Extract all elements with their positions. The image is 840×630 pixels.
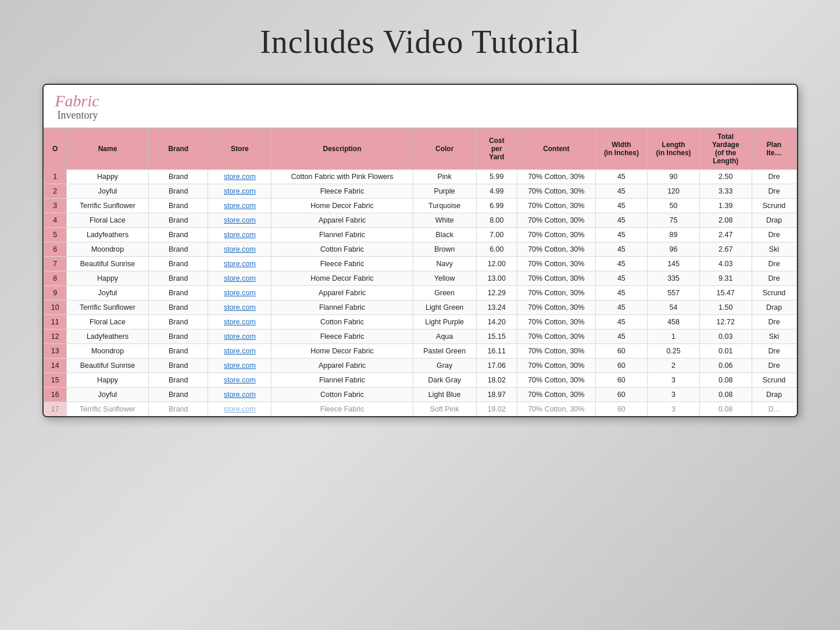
cell-width: 45	[595, 199, 648, 213]
cell-length: 3	[648, 402, 700, 417]
cell-description: Flannel Fabric	[271, 228, 413, 242]
table-row: 13MoondropBrandstore.comHome Decor Fabri…	[44, 344, 796, 359]
col-header-desc: Description	[271, 128, 413, 170]
cell-width: 45	[595, 184, 648, 199]
cell-cost: 6.00	[476, 242, 517, 257]
store-link[interactable]: store.com	[224, 332, 256, 341]
cell-content: 70% Cotton, 30%	[517, 184, 596, 199]
app-header: Fabric Inventory	[44, 85, 797, 128]
store-link[interactable]: store.com	[224, 187, 256, 195]
cell-plan: Scrund	[752, 373, 796, 388]
cell-num: 14	[44, 359, 67, 373]
cell-description: Apparel Fabric	[271, 286, 413, 300]
cell-length: 0.25	[648, 344, 700, 359]
table-row: 12LadyfeathersBrandstore.comFleece Fabri…	[44, 330, 796, 344]
cell-plan: Dre	[752, 344, 796, 359]
cell-width: 60	[595, 373, 648, 388]
cell-description: Cotton Fabric	[271, 315, 413, 330]
cell-cost: 6.99	[476, 199, 517, 213]
cell-cost: 12.00	[476, 257, 517, 271]
cell-brand: Brand	[148, 359, 208, 373]
cell-name: Joyful	[67, 388, 149, 402]
cell-description: Fleece Fabric	[271, 330, 413, 344]
cell-brand: Brand	[148, 344, 208, 359]
store-link[interactable]: store.com	[224, 231, 256, 239]
table-row: 2JoyfulBrandstore.comFleece FabricPurple…	[44, 184, 796, 199]
store-link[interactable]: store.com	[224, 318, 256, 326]
store-link[interactable]: store.com	[224, 202, 256, 210]
cell-content: 70% Cotton, 30%	[517, 315, 596, 330]
cell-plan: Dre	[752, 170, 796, 184]
store-link[interactable]: store.com	[224, 361, 256, 370]
cell-length: 90	[648, 170, 700, 184]
cell-plan: Drap	[752, 213, 796, 228]
cell-color: Navy	[413, 257, 476, 271]
cell-num: 11	[44, 315, 67, 330]
table-row: 3Terrific SunflowerBrandstore.comHome De…	[44, 199, 796, 213]
cell-yardage: 12.72	[699, 315, 752, 330]
cell-plan: Dre	[752, 315, 796, 330]
table-row: 6MoondropBrandstore.comCotton FabricBrow…	[44, 242, 796, 257]
cell-brand: Brand	[148, 170, 208, 184]
cell-plan: Dre	[752, 359, 796, 373]
cell-name: Happy	[67, 373, 149, 388]
cell-description: Fleece Fabric	[271, 184, 413, 199]
cell-content: 70% Cotton, 30%	[517, 242, 596, 257]
cell-cost: 17.06	[476, 359, 517, 373]
cell-num: 3	[44, 199, 67, 213]
store-link[interactable]: store.com	[224, 245, 256, 253]
cell-store: store.com	[208, 184, 271, 199]
cell-name: Moondrop	[67, 344, 149, 359]
store-link[interactable]: store.com	[224, 173, 256, 181]
store-link[interactable]: store.com	[224, 303, 256, 312]
cell-description: Fleece Fabric	[271, 402, 413, 417]
cell-plan: Dre	[752, 228, 796, 242]
store-link[interactable]: store.com	[224, 376, 256, 384]
cell-num: 1	[44, 170, 67, 184]
cell-yardage: 0.01	[699, 344, 752, 359]
cell-store: store.com	[208, 199, 271, 213]
cell-brand: Brand	[148, 271, 208, 286]
cell-color: Black	[413, 228, 476, 242]
cell-name: Beautiful Sunrise	[67, 359, 149, 373]
store-link[interactable]: store.com	[224, 274, 256, 282]
cell-plan: Dre	[752, 184, 796, 199]
cell-cost: 7.00	[476, 228, 517, 242]
cell-width: 45	[595, 315, 648, 330]
store-link[interactable]: store.com	[224, 347, 256, 355]
cell-color: White	[413, 213, 476, 228]
cell-color: Light Blue	[413, 388, 476, 402]
cell-num: 13	[44, 344, 67, 359]
cell-num: 16	[44, 388, 67, 402]
cell-color: Turquoise	[413, 199, 476, 213]
cell-brand: Brand	[148, 402, 208, 417]
cell-yardage: 1.50	[699, 300, 752, 315]
cell-num: 7	[44, 257, 67, 271]
cell-color: Gray	[413, 359, 476, 373]
store-link[interactable]: store.com	[224, 391, 256, 399]
cell-num: 8	[44, 271, 67, 286]
cell-color: Green	[413, 286, 476, 300]
cell-length: 89	[648, 228, 700, 242]
cell-color: Pastel Green	[413, 344, 476, 359]
col-header-color: Color	[413, 128, 476, 170]
cell-name: Floral Lace	[67, 315, 149, 330]
cell-width: 45	[595, 271, 648, 286]
cell-description: Apparel Fabric	[271, 359, 413, 373]
inventory-table: O Name Brand Store Description Color Cos…	[44, 128, 797, 416]
store-link[interactable]: store.com	[224, 289, 256, 297]
cell-content: 70% Cotton, 30%	[517, 402, 596, 417]
store-link[interactable]: store.com	[224, 405, 256, 413]
cell-width: 45	[595, 257, 648, 271]
cell-store: store.com	[208, 300, 271, 315]
cell-name: Moondrop	[67, 242, 149, 257]
cell-color: Pink	[413, 170, 476, 184]
spreadsheet-container: Fabric Inventory O Name Brand Store Desc…	[42, 84, 798, 417]
cell-brand: Brand	[148, 330, 208, 344]
cell-description: Home Decor Fabric	[271, 344, 413, 359]
store-link[interactable]: store.com	[224, 260, 256, 268]
cell-description: Cotton Fabric with Pink Flowers	[271, 170, 413, 184]
cell-length: 3	[648, 373, 700, 388]
store-link[interactable]: store.com	[224, 216, 256, 224]
col-header-yardage: TotalYardage(of theLength)	[699, 128, 752, 170]
